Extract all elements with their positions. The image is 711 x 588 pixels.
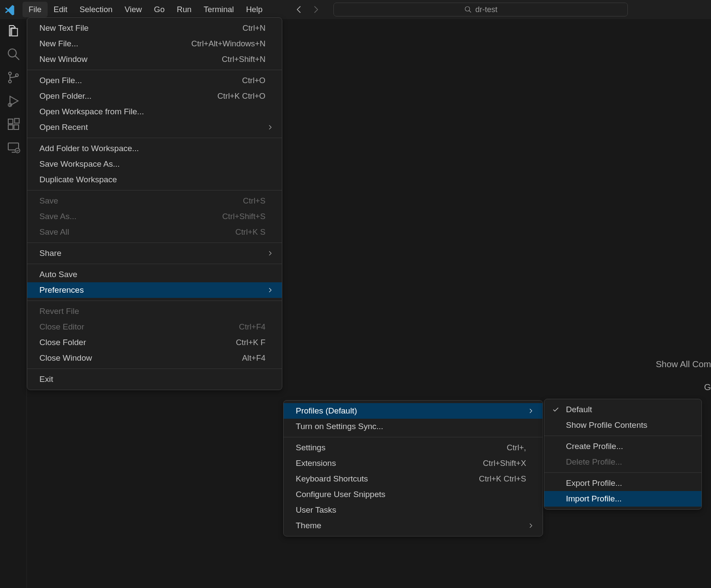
menu-item-label: Preferences [39,285,84,295]
profile-export-profile[interactable]: Export Profile... [544,475,701,491]
profile-default[interactable]: Default [544,402,701,417]
menu-separator [27,242,282,243]
menu-item-label: Close Folder [39,338,86,347]
source-control-icon[interactable] [6,70,21,85]
search-activity-icon[interactable] [6,47,21,61]
pref-settings[interactable]: SettingsCtrl+, [284,440,543,456]
profile-show-profile-contents[interactable]: Show Profile Contents [544,417,701,433]
file-new-window[interactable]: New WindowCtrl+Shift+N [27,52,282,67]
editor-hints: Show All Com G [656,352,711,399]
svg-point-3 [8,80,11,83]
menu-item-label: Duplicate Workspace [39,175,117,184]
menu-item-label: New Text File [39,23,89,33]
menu-item-label: Open Workspace from File... [39,107,144,116]
menu-item-shortcut: Ctrl+Shift+N [222,55,265,64]
menu-item-label: Export Profile... [566,478,622,488]
menu-file[interactable]: File [23,2,48,17]
file-share[interactable]: Share [27,246,282,261]
remote-explorer-icon[interactable] [6,140,21,155]
chevron-right-icon [267,250,273,256]
chevron-right-icon [528,523,534,529]
activity-bar [0,19,27,588]
svg-rect-7 [8,125,13,129]
pref-configure-user-snippets[interactable]: Configure User Snippets [284,487,543,502]
pref-keyboard-shortcuts[interactable]: Keyboard ShortcutsCtrl+K Ctrl+S [284,471,543,487]
menu-run[interactable]: Run [171,2,197,17]
menu-edit[interactable]: Edit [48,2,74,17]
menu-go[interactable]: Go [148,2,171,17]
menu-item-label: Configure User Snippets [296,490,385,499]
explorer-icon[interactable] [6,23,21,38]
menu-selection[interactable]: Selection [74,2,119,17]
file-menu[interactable]: New Text FileCtrl+NNew File...Ctrl+Alt+W… [27,17,282,390]
nav-back-icon[interactable] [294,5,304,14]
file-preferences[interactable]: Preferences [27,282,282,298]
file-close-folder[interactable]: Close FolderCtrl+K F [27,335,282,350]
file-save: SaveCtrl+S [27,193,282,209]
menu-item-label: Open Folder... [39,91,91,101]
menu-item-label: New Window [39,55,87,64]
menu-separator [284,437,543,437]
search-text: dr-test [475,5,498,14]
preferences-submenu[interactable]: Profiles (Default)Turn on Settings Sync.… [283,400,543,536]
menu-separator [27,138,282,138]
hint-line: G [656,375,711,398]
file-new-file[interactable]: New File...Ctrl+Alt+Windows+N [27,36,282,52]
file-open-file[interactable]: Open File...Ctrl+O [27,73,282,88]
pref-profiles-default[interactable]: Profiles (Default) [284,403,543,419]
menu-item-label: Default [566,405,592,414]
file-open-recent[interactable]: Open Recent [27,120,282,135]
menu-item-shortcut: Ctrl+K Ctrl+O [217,91,265,101]
run-debug-icon[interactable] [6,94,21,108]
titlebar: FileEditSelectionViewGoRunTerminalHelp d… [0,0,711,19]
menu-item-shortcut: Ctrl+S [243,196,265,206]
hint-line: Show All Com [656,352,711,375]
file-auto-save[interactable]: Auto Save [27,267,282,282]
file-open-workspace-from-file[interactable]: Open Workspace from File... [27,104,282,120]
file-exit[interactable]: Exit [27,372,282,387]
menu-item-label: Close Editor [39,322,84,332]
file-revert-file: Revert File [27,304,282,319]
menu-item-label: Exit [39,375,53,384]
menu-item-label: Save All [39,227,69,237]
menu-item-shortcut: Ctrl+F4 [239,322,265,332]
pref-turn-on-settings-sync[interactable]: Turn on Settings Sync... [284,419,543,434]
file-close-window[interactable]: Close WindowAlt+F4 [27,350,282,366]
menu-help[interactable]: Help [240,2,268,17]
profile-create-profile[interactable]: Create Profile... [544,439,701,454]
nav-forward-icon[interactable] [311,5,320,14]
menu-item-label: Share [39,249,61,258]
menu-terminal[interactable]: Terminal [197,2,240,17]
menu-item-label: New File... [39,39,78,48]
menu-separator [27,264,282,264]
file-open-folder[interactable]: Open Folder...Ctrl+K Ctrl+O [27,88,282,104]
menu-item-label: Create Profile... [566,442,623,451]
menu-item-label: Import Profile... [566,494,622,504]
pref-extensions[interactable]: ExtensionsCtrl+Shift+X [284,456,543,471]
file-save-workspace-as[interactable]: Save Workspace As... [27,156,282,172]
menu-item-shortcut: Ctrl+Shift+X [483,459,526,468]
menu-item-label: Open File... [39,76,82,85]
file-duplicate-workspace[interactable]: Duplicate Workspace [27,172,282,187]
extensions-icon[interactable] [6,117,21,132]
menu-item-label: Keyboard Shortcuts [296,474,368,484]
chevron-right-icon [528,408,534,414]
pref-user-tasks[interactable]: User Tasks [284,502,543,518]
file-add-folder-to-workspace[interactable]: Add Folder to Workspace... [27,141,282,156]
menu-separator [27,368,282,369]
command-center-search[interactable]: dr-test [333,3,628,16]
menu-view[interactable]: View [119,2,148,17]
menu-item-label: Show Profile Contents [566,420,647,430]
pref-theme[interactable]: Theme [284,518,543,533]
menu-item-shortcut: Alt+F4 [242,353,265,363]
menu-item-shortcut: Ctrl+N [242,23,265,33]
menu-item-label: Turn on Settings Sync... [296,422,383,431]
menu-item-shortcut: Ctrl+Shift+S [222,212,265,221]
chevron-right-icon [267,124,273,130]
svg-rect-6 [8,119,13,124]
menu-item-label: Save Workspace As... [39,159,120,169]
check-icon [552,406,559,414]
profiles-submenu[interactable]: DefaultShow Profile ContentsCreate Profi… [544,399,702,510]
file-new-text-file[interactable]: New Text FileCtrl+N [27,20,282,36]
profile-import-profile[interactable]: Import Profile... [544,491,701,507]
